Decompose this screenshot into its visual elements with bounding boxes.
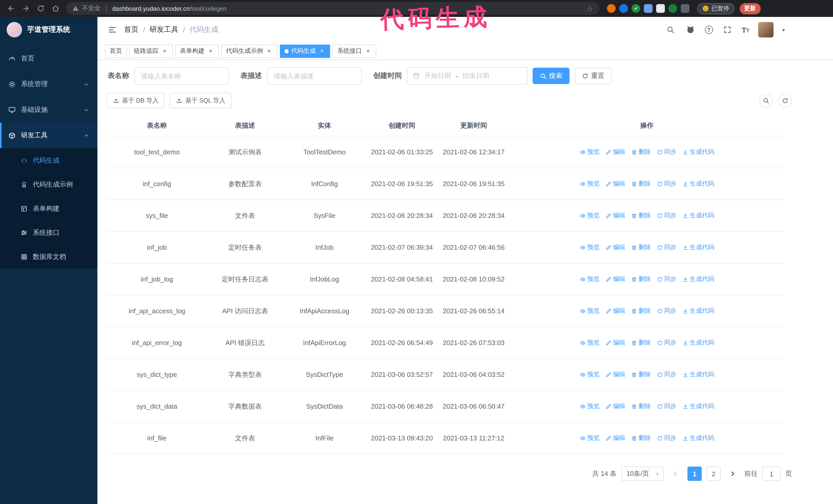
edit-link[interactable]: 编辑 <box>605 402 625 411</box>
sync-link[interactable]: 同步 <box>657 179 676 188</box>
sync-link[interactable]: 同步 <box>657 370 676 379</box>
edit-link[interactable]: 编辑 <box>605 211 625 220</box>
font-size-icon[interactable]: TT <box>741 26 749 33</box>
generate-code-link[interactable]: 生成代码 <box>682 307 714 315</box>
close-icon[interactable]: × <box>207 47 214 55</box>
help-icon[interactable]: ? <box>705 26 713 34</box>
browser-update-button[interactable]: 更新 <box>739 3 760 14</box>
address-bar[interactable]: 不安全 dashboard.yudao.iocoder.cn/tool/code… <box>66 2 599 15</box>
preview-link[interactable]: 预览 <box>579 148 599 157</box>
sidebar-item-home[interactable]: 首页 <box>0 46 97 71</box>
bookmark-star-icon[interactable]: ☆ <box>587 4 593 13</box>
page-button-1[interactable]: 1 <box>687 466 702 481</box>
prev-page-button[interactable] <box>668 466 683 481</box>
paused-badge[interactable]: 已暂停 <box>697 3 734 14</box>
preview-link[interactable]: 预览 <box>579 402 599 411</box>
generate-code-link[interactable]: 生成代码 <box>682 402 714 411</box>
tab-codegen[interactable]: 代码生成 × <box>280 44 330 58</box>
reset-button[interactable]: 重置 <box>575 68 612 84</box>
sidebar-item-form-builder[interactable]: 表单构建 <box>0 196 97 220</box>
tab-api[interactable]: 系统接口 × <box>333 44 376 58</box>
table-desc-input[interactable] <box>267 67 362 85</box>
sync-link[interactable]: 同步 <box>657 148 676 157</box>
delete-link[interactable]: 删除 <box>631 434 651 442</box>
toggle-search-button[interactable] <box>759 94 773 107</box>
generate-code-link[interactable]: 生成代码 <box>682 179 714 188</box>
extension-leaf-icon[interactable] <box>668 4 677 13</box>
goto-page-input[interactable] <box>762 466 781 481</box>
delete-link[interactable]: 删除 <box>631 148 651 157</box>
refresh-table-button[interactable] <box>778 94 792 107</box>
browser-forward-button[interactable] <box>19 2 32 15</box>
date-range-picker[interactable]: 开始日期 - 结束日期 <box>407 67 527 85</box>
generate-code-link[interactable]: 生成代码 <box>682 370 714 379</box>
table-name-input[interactable] <box>134 67 229 85</box>
breadcrumb-home[interactable]: 首页 <box>124 25 138 34</box>
preview-link[interactable]: 预览 <box>579 179 599 188</box>
preview-link[interactable]: 预览 <box>579 307 599 315</box>
edit-link[interactable]: 编辑 <box>605 338 625 347</box>
date-start-placeholder[interactable]: 开始日期 <box>425 71 451 80</box>
close-icon[interactable]: × <box>161 47 168 55</box>
edit-link[interactable]: 编辑 <box>605 370 625 379</box>
generate-code-link[interactable]: 生成代码 <box>682 338 714 347</box>
generate-code-link[interactable]: 生成代码 <box>682 148 714 157</box>
delete-link[interactable]: 删除 <box>631 402 651 411</box>
delete-link[interactable]: 删除 <box>631 243 651 252</box>
security-warning-icon[interactable] <box>72 5 79 12</box>
extension-check-icon[interactable] <box>632 4 640 13</box>
sidebar-item-system[interactable]: 系统管理 <box>0 71 97 97</box>
page-size-select[interactable]: 10条/页 ▾ <box>621 466 664 481</box>
tab-codegen-example[interactable]: 代码生成示例 × <box>221 44 277 58</box>
sync-link[interactable]: 同步 <box>657 243 676 252</box>
sidebar-item-codegen-example[interactable]: 代码生成示例 <box>0 172 97 196</box>
close-icon[interactable]: × <box>318 47 326 55</box>
sync-link[interactable]: 同步 <box>657 275 676 284</box>
delete-link[interactable]: 删除 <box>631 307 651 315</box>
extension-translate-icon[interactable] <box>656 4 665 13</box>
generate-code-link[interactable]: 生成代码 <box>682 275 714 284</box>
edit-link[interactable]: 编辑 <box>605 434 625 442</box>
generate-code-link[interactable]: 生成代码 <box>682 211 714 220</box>
delete-link[interactable]: 删除 <box>631 179 651 188</box>
app-logo[interactable]: 芋道管理系统 <box>0 17 97 43</box>
import-db-button[interactable]: 基于 DB 导入 <box>106 93 165 108</box>
edit-link[interactable]: 编辑 <box>605 179 625 188</box>
edit-link[interactable]: 编辑 <box>605 307 625 315</box>
preview-link[interactable]: 预览 <box>579 243 599 252</box>
sync-link[interactable]: 同步 <box>657 211 676 220</box>
search-button[interactable]: 搜索 <box>532 68 570 84</box>
page-button-2[interactable]: 2 <box>706 466 721 481</box>
extensions-puzzle-icon[interactable] <box>681 4 689 13</box>
extension-fox-icon[interactable] <box>607 4 616 13</box>
close-icon[interactable]: × <box>364 47 372 55</box>
fullscreen-icon[interactable] <box>721 24 733 35</box>
sync-link[interactable]: 同步 <box>657 402 676 411</box>
extension-drop-icon[interactable] <box>619 4 628 13</box>
edit-link[interactable]: 编辑 <box>605 148 625 157</box>
browser-back-button[interactable] <box>4 2 18 15</box>
delete-link[interactable]: 删除 <box>631 370 651 379</box>
browser-reload-button[interactable] <box>34 2 47 15</box>
sidebar-item-api[interactable]: 系统接口 <box>0 220 97 245</box>
hamburger-icon[interactable] <box>104 22 120 38</box>
generate-code-link[interactable]: 生成代码 <box>682 243 714 252</box>
github-icon[interactable] <box>685 24 696 35</box>
tab-tracing[interactable]: 链路追踪 × <box>129 44 173 58</box>
sidebar-item-devtools[interactable]: 研发工具 <box>0 123 97 148</box>
browser-home-button[interactable] <box>49 2 62 15</box>
preview-link[interactable]: 预览 <box>579 211 599 220</box>
date-end-placeholder[interactable]: 结束日期 <box>462 71 489 80</box>
delete-link[interactable]: 删除 <box>631 211 651 220</box>
preview-link[interactable]: 预览 <box>579 338 599 347</box>
user-avatar[interactable] <box>758 22 774 38</box>
sidebar-item-infra[interactable]: 基础设施 <box>0 97 97 123</box>
tab-home[interactable]: 首页 <box>105 44 127 58</box>
breadcrumb-devtools[interactable]: 研发工具 <box>150 25 178 34</box>
avatar-caret-icon[interactable]: ▾ <box>782 27 785 32</box>
edit-link[interactable]: 编辑 <box>605 243 625 252</box>
import-sql-button[interactable]: 基于 SQL 导入 <box>170 93 232 108</box>
preview-link[interactable]: 预览 <box>579 434 599 442</box>
next-page-button[interactable] <box>725 466 740 481</box>
preview-link[interactable]: 预览 <box>579 370 599 379</box>
